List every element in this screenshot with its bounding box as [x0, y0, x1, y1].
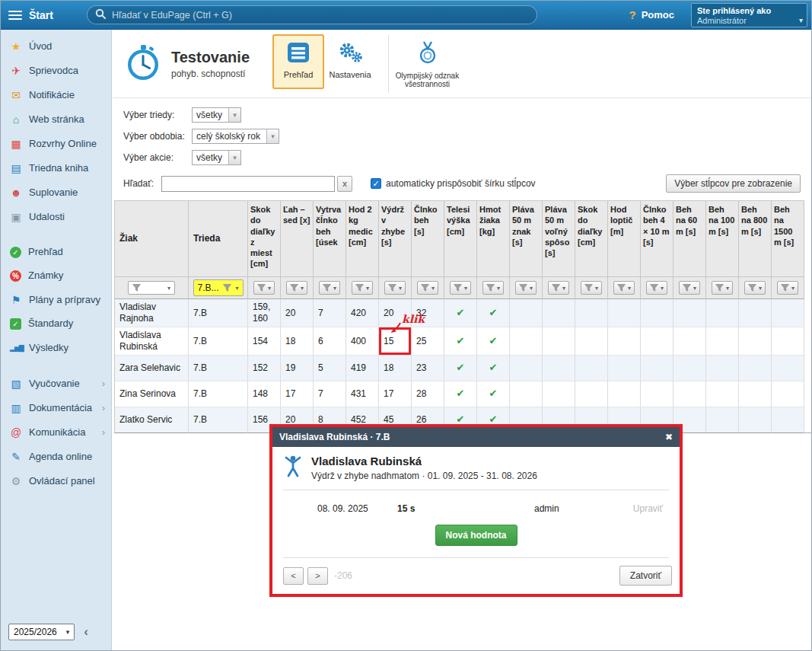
check-cell[interactable]: ✔ — [477, 381, 510, 407]
student-name-cell[interactable]: Zlatko Servic — [115, 407, 189, 433]
check-cell[interactable]: ✔ — [477, 327, 510, 356]
global-search[interactable] — [87, 5, 537, 24]
sidebar-item-suplovanie[interactable]: ☻Suplovanie — [1, 180, 111, 205]
value-cell[interactable]: 20 — [281, 299, 314, 327]
value-cell[interactable] — [543, 356, 575, 381]
check-cell[interactable]: ✔ — [444, 299, 477, 327]
value-cell[interactable]: 154 — [248, 327, 281, 356]
column-filter[interactable]: 7.B...▾ — [189, 277, 248, 299]
class-cell[interactable]: 7.B — [189, 356, 248, 381]
edit-record-link[interactable]: Upraviť — [633, 503, 663, 514]
value-cell[interactable] — [673, 299, 706, 327]
class-cell[interactable]: 7.B — [189, 299, 248, 327]
sidebar-item-rozvrhy-online[interactable]: ▦Rozvrhy Online — [1, 132, 111, 156]
value-cell[interactable] — [706, 299, 739, 327]
value-cell[interactable] — [673, 381, 706, 407]
new-value-button[interactable]: Nová hodnota — [435, 525, 517, 546]
check-cell[interactable]: ✔ — [477, 356, 510, 381]
sidebar-item-standardy[interactable]: ✓Štandardy — [1, 312, 111, 336]
sidebar-item-dokumentacia[interactable]: ▥Dokumentácia› — [1, 396, 111, 420]
value-cell[interactable]: 18 — [379, 356, 412, 381]
value-cell[interactable] — [772, 327, 804, 356]
column-filter[interactable]: ▾ — [412, 277, 444, 299]
close-modal-button[interactable]: Zatvoriť — [619, 566, 672, 586]
value-cell[interactable] — [673, 356, 706, 381]
column-filter[interactable]: ▾ — [346, 277, 379, 299]
value-cell[interactable] — [575, 299, 608, 327]
value-cell[interactable] — [739, 327, 772, 356]
value-cell[interactable] — [543, 327, 575, 356]
prev-student-button[interactable]: < — [283, 567, 304, 585]
check-cell[interactable]: ✔ — [444, 356, 477, 381]
class-cell[interactable]: 7.B — [189, 327, 248, 356]
value-cell[interactable]: 6 — [314, 327, 346, 356]
value-cell[interactable] — [608, 356, 641, 381]
value-cell[interactable] — [706, 407, 739, 433]
sidebar-item-prehlad[interactable]: ✓Prehľad — [1, 241, 111, 264]
value-cell[interactable] — [510, 356, 543, 381]
value-cell[interactable] — [739, 407, 772, 433]
check-cell[interactable]: ✔ — [444, 327, 477, 356]
student-name-cell[interactable]: Zina Serinova — [115, 381, 189, 407]
value-cell[interactable]: 17 — [379, 381, 412, 407]
sidebar-item-ovladaci-panel[interactable]: ⚙Ovládací panel — [1, 469, 111, 493]
column-filter[interactable]: ▾ — [772, 277, 804, 299]
tab-olympijsky-odznak[interactable]: Olympijský odznak všestrannosti — [388, 34, 467, 94]
value-cell[interactable]: 28 — [412, 381, 444, 407]
value-cell[interactable] — [641, 356, 673, 381]
value-cell[interactable] — [608, 327, 641, 356]
column-filter[interactable]: ▾ — [641, 277, 673, 299]
check-cell[interactable]: ✔ — [477, 299, 510, 327]
class-filter-active[interactable]: 7.B...▾ — [193, 279, 244, 296]
value-cell[interactable] — [739, 356, 772, 381]
column-filter[interactable]: ▾ — [115, 277, 189, 299]
value-cell[interactable]: 420 — [346, 299, 379, 327]
value-cell[interactable]: 152 — [248, 356, 281, 381]
value-cell[interactable]: 400 — [346, 327, 379, 356]
value-cell[interactable]: 23 — [412, 356, 444, 381]
value-cell[interactable] — [739, 381, 772, 407]
value-cell[interactable] — [543, 299, 575, 327]
value-cell[interactable] — [543, 381, 575, 407]
sidebar-item-vysledky[interactable]: ▂▅▇Výsledky — [1, 336, 111, 360]
sidebar-item-notifikacie[interactable]: ✉Notifikácie — [1, 83, 111, 107]
value-cell[interactable] — [673, 327, 706, 356]
column-filter[interactable]: ▾ — [281, 277, 314, 299]
class-cell[interactable]: 7.B — [189, 381, 248, 407]
auto-width-checkbox[interactable]: ✓ automaticky prispôsobiť šírku stĺpcov — [371, 178, 536, 189]
value-cell[interactable]: 25 — [412, 327, 444, 356]
column-filter[interactable]: ▾ — [575, 277, 608, 299]
action-filter-select[interactable]: všetky ▾ — [192, 150, 241, 165]
sidebar-item-komunikacia[interactable]: @Komunikácia› — [1, 420, 111, 445]
table-search-input[interactable] — [161, 176, 335, 192]
value-cell[interactable]: 148 — [248, 381, 281, 407]
value-cell[interactable] — [641, 381, 673, 407]
column-filter[interactable]: ▾ — [248, 277, 281, 299]
column-filter[interactable]: ▾ — [543, 277, 575, 299]
column-filter[interactable]: ▾ — [739, 277, 772, 299]
sidebar-item-znamky[interactable]: %Známky — [1, 264, 111, 288]
class-filter-select[interactable]: všetky ▾ — [192, 107, 241, 123]
value-cell[interactable]: 5 — [314, 356, 346, 381]
value-cell[interactable] — [772, 299, 804, 327]
value-cell[interactable]: 419 — [346, 356, 379, 381]
value-cell[interactable] — [510, 381, 543, 407]
value-cell[interactable] — [575, 381, 608, 407]
student-name-cell[interactable]: Vladislav Rajnoha — [115, 299, 189, 327]
value-cell[interactable] — [608, 381, 641, 407]
value-cell[interactable] — [706, 327, 739, 356]
column-filter[interactable]: ▾ — [379, 277, 412, 299]
value-cell[interactable] — [510, 327, 543, 356]
column-filter[interactable]: ▾ — [510, 277, 543, 299]
value-cell[interactable]: 431 — [346, 381, 379, 407]
value-cell[interactable]: 7 — [314, 381, 346, 407]
student-name-cell[interactable]: Zara Selehavic — [115, 356, 189, 381]
sidebar-item-web-stranka[interactable]: ⌂Web stránka — [1, 107, 111, 132]
global-search-input[interactable] — [112, 10, 529, 21]
value-cell[interactable] — [739, 299, 772, 327]
collapse-sidebar-icon[interactable]: ‹ — [84, 624, 88, 640]
check-cell[interactable]: ✔ — [444, 381, 477, 407]
tab-nastavenia[interactable]: Nastavenia — [324, 34, 376, 89]
column-filter[interactable]: ▾ — [673, 277, 706, 299]
sidebar-item-udalosti[interactable]: ▣Udalosti — [1, 205, 111, 229]
